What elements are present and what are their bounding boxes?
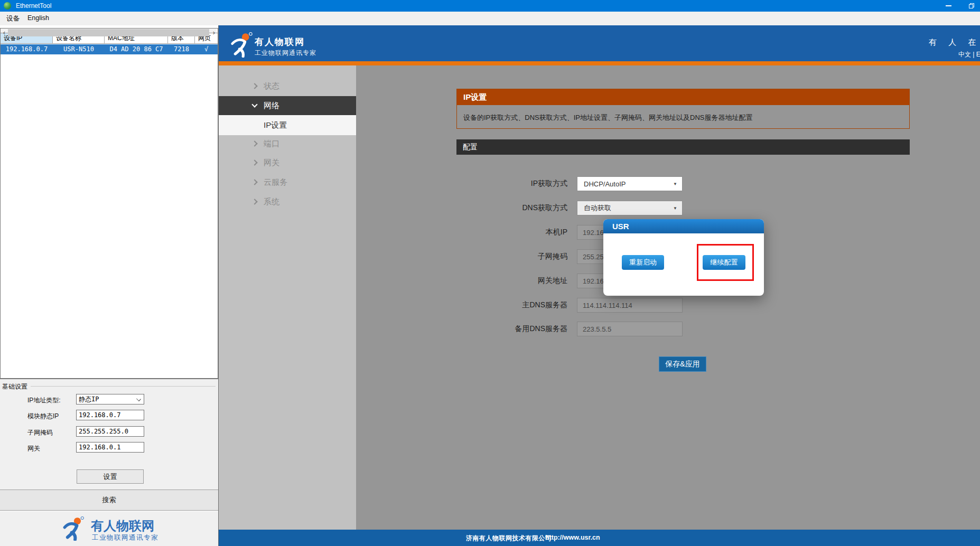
page-header-block: IP设置 设备的IP获取方式、DNS获取方式、IP地址设置、子网掩码、网关地址以… xyxy=(456,89,910,129)
restart-button[interactable]: 重新启动 xyxy=(622,255,664,270)
web-header-slogan: 有 人 在 认 真 xyxy=(929,37,980,48)
app-icon xyxy=(4,2,11,10)
menu-english[interactable]: English xyxy=(27,14,49,22)
page-description: 设备的IP获取方式、DNS获取方式、IP地址设置、子网掩码、网关地址以及DNS服… xyxy=(457,105,909,128)
secondary-dns-label: 备用DNS服务器 xyxy=(456,324,567,334)
save-apply-button[interactable]: 保存&应用 xyxy=(659,356,706,372)
form-row-ip-mode: IP获取方式 DHCP/AutoIP ▼ xyxy=(456,176,795,191)
form-row-dns2: 备用DNS服务器 223.5.5.5 xyxy=(456,322,795,336)
sidebar-label: 状态 xyxy=(264,81,279,91)
chevron-down-icon xyxy=(251,101,257,107)
cell-version: 7218 xyxy=(168,44,195,54)
search-button[interactable]: 搜索 xyxy=(0,489,218,511)
dns-mode-select[interactable]: 自动获取 ▼ xyxy=(577,201,683,215)
dns-mode-label: DNS获取方式 xyxy=(456,203,567,213)
window-title: EthernetTool xyxy=(16,2,51,10)
ip-mode-label: IP获取方式 xyxy=(456,179,567,189)
static-ip-field[interactable]: 192.168.0.7 xyxy=(76,410,144,420)
scroll-right-icon[interactable]: › xyxy=(210,29,218,37)
sidebar-label: 云服务 xyxy=(264,177,287,187)
scrollbar-thumb[interactable] xyxy=(8,29,209,36)
dialog-title: USR xyxy=(603,219,764,233)
device-tool-panel: 设备IP 设备名称 MAC地址 版本 网页 192.168.0.7 USR-N5… xyxy=(0,25,219,546)
sidebar-item-cloud[interactable]: 云服务 xyxy=(219,173,356,192)
web-brand-slogan: 工业物联网通讯专家 xyxy=(255,49,316,58)
section-config: 配置 xyxy=(456,139,910,155)
sidebar-label: IP设置 xyxy=(264,120,287,130)
ip-mode-select[interactable]: DHCP/AutoIP ▼ xyxy=(577,176,683,191)
gateway-label: 网关 xyxy=(27,444,40,453)
language-switcher[interactable]: 中文 | E xyxy=(958,50,980,59)
web-brand-name: 有人物联网 xyxy=(255,36,305,48)
webpage-check-icon[interactable]: √ xyxy=(195,44,218,54)
basic-settings-group: 基础设置 IP地址类型: 静态IP 模块静态IP 192.168.0.7 子网掩… xyxy=(0,379,218,489)
usr-logo-icon xyxy=(62,516,87,541)
chevron-right-icon xyxy=(251,140,257,146)
local-ip-label: 本机IP xyxy=(456,228,567,237)
chevron-right-icon xyxy=(251,83,257,89)
dropdown-arrow-icon: ▼ xyxy=(673,182,677,186)
secondary-dns-field: 223.5.5.5 xyxy=(577,322,683,336)
gateway-value: 192.168.0.1 xyxy=(79,444,120,451)
sidebar-item-system[interactable]: 系统 xyxy=(219,192,356,211)
subnet-mask-value: 255.255.255.0 xyxy=(79,428,128,435)
primary-dns-label: 主DNS服务器 xyxy=(456,300,567,310)
ip-type-value: 静态IP xyxy=(79,396,99,403)
dropdown-arrow-icon: ▼ xyxy=(673,206,677,211)
sidebar-label: 系统 xyxy=(264,197,279,207)
restore-button[interactable] xyxy=(963,0,980,12)
subnet-mask-label: 子网掩码 xyxy=(27,428,53,437)
sidebar-item-network[interactable]: 网络 xyxy=(219,96,356,115)
sidebar-label: 网关 xyxy=(264,158,279,168)
ethernet-tool-window: EthernetTool 设备 English 设备IP 设备名称 MAC地址 … xyxy=(0,0,980,546)
static-ip-value: 192.168.0.7 xyxy=(79,411,120,419)
footer-url[interactable]: http://www.usr.cn xyxy=(545,534,600,541)
footer-company: 济南有人物联网技术有限公司 xyxy=(466,534,552,543)
header-accent-stripe xyxy=(219,61,980,65)
minimize-button[interactable] xyxy=(936,0,960,12)
ip-mode-value: DHCP/AutoIP xyxy=(584,180,626,188)
app-brand-name: 有人物联网 xyxy=(91,517,154,534)
basic-settings-title: 基础设置 xyxy=(2,382,27,391)
sidebar-label: 网络 xyxy=(264,101,279,111)
subnet-mask-label: 子网掩码 xyxy=(456,252,567,261)
sidebar-label: 端口 xyxy=(264,139,279,149)
device-list: 设备IP 设备名称 MAC地址 版本 网页 192.168.0.7 USR-N5… xyxy=(0,28,218,379)
sidebar-item-gateway[interactable]: 网关 xyxy=(219,153,356,172)
device-web-page: 有人物联网 工业物联网通讯专家 有 人 在 认 真 中文 | E 状态 网络 I… xyxy=(219,25,980,546)
form-row-dns1: 主DNS服务器 114.114.114.114 xyxy=(456,298,795,313)
dns-mode-value: 自动获取 xyxy=(584,203,611,213)
highlight-annotation xyxy=(697,244,754,281)
app-brand-footer: 有人物联网 工业物联网通讯专家 xyxy=(0,511,218,546)
static-ip-label: 模块静态IP xyxy=(27,412,59,421)
ip-type-select[interactable]: 静态IP xyxy=(76,394,144,404)
cell-mac: D4 AD 20 86 C7 C7 xyxy=(105,44,168,54)
chevron-right-icon xyxy=(251,199,257,204)
sidebar-item-port[interactable]: 端口 xyxy=(219,134,356,153)
usr-logo-icon xyxy=(230,32,255,58)
chevron-right-icon xyxy=(251,179,257,185)
web-header: 有人物联网 工业物联网通讯专家 有 人 在 认 真 中文 | E xyxy=(219,25,980,61)
sidebar-item-status[interactable]: 状态 xyxy=(219,77,356,96)
cell-device-ip: 192.168.0.7 xyxy=(1,44,53,54)
primary-dns-field: 114.114.114.114 xyxy=(577,298,683,313)
chevron-right-icon xyxy=(251,159,257,165)
app-brand-slogan: 工业物联网通讯专家 xyxy=(92,533,158,542)
form-row-dns-mode: DNS获取方式 自动获取 ▼ xyxy=(456,201,795,215)
gateway-label: 网关地址 xyxy=(456,276,567,286)
device-row[interactable]: 192.168.0.7 USR-N510 D4 AD 20 86 C7 C7 7… xyxy=(1,44,218,54)
subnet-mask-field[interactable]: 255.255.255.0 xyxy=(76,426,144,437)
menu-device[interactable]: 设备 xyxy=(6,14,20,23)
chevron-down-icon xyxy=(136,397,141,401)
restore-icon xyxy=(969,3,974,8)
cell-device-name: USR-N510 xyxy=(53,44,105,54)
horizontal-scrollbar[interactable]: ‹ › xyxy=(1,29,217,37)
web-footer: 济南有人物联网技术有限公司 http://www.usr.cn xyxy=(219,530,980,546)
gateway-field[interactable]: 192.168.0.1 xyxy=(76,442,144,453)
scroll-left-icon[interactable]: ‹ xyxy=(1,29,8,37)
page-title: IP设置 xyxy=(457,89,909,105)
minimize-icon xyxy=(946,5,951,6)
sidebar-item-ip-settings[interactable]: IP设置 xyxy=(219,115,356,135)
set-button[interactable]: 设置 xyxy=(77,469,144,484)
titlebar: EthernetTool xyxy=(0,0,980,12)
